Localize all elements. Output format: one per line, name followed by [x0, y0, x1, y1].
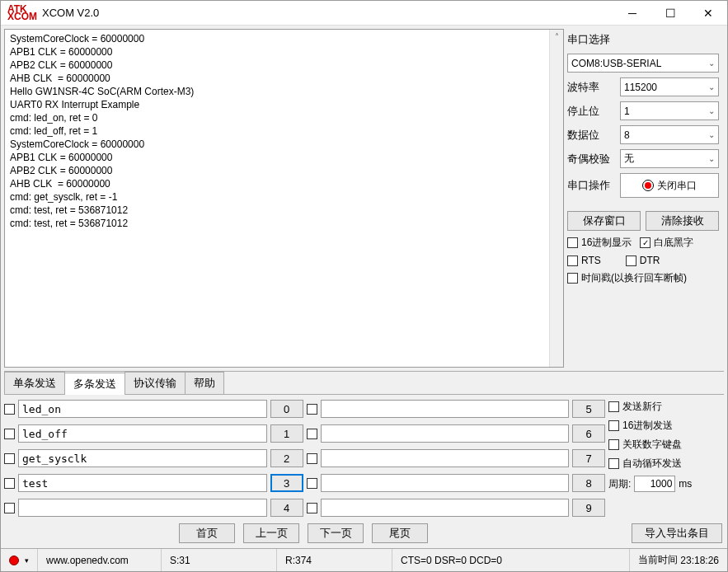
prev-page-button[interactable]: 上一页 [243, 523, 299, 543]
send-row-checkbox[interactable] [4, 404, 15, 415]
send-row-checkbox[interactable] [4, 478, 15, 489]
send-row-checkbox[interactable] [307, 478, 317, 489]
send-slot-button-3[interactable]: 3 [270, 474, 303, 492]
send-text-input[interactable] [321, 449, 570, 467]
parity-label: 奇偶校验 [567, 152, 613, 166]
send-text-input[interactable] [18, 424, 267, 443]
dtr-checkbox[interactable] [626, 256, 636, 266]
op-label: 串口操作 [567, 178, 613, 193]
stop-select[interactable]: 1⌄ [620, 101, 719, 120]
tab-multi-send[interactable]: 多条发送 [64, 373, 125, 395]
chevron-down-icon: ⌄ [708, 106, 715, 115]
chevron-down-icon: ⌄ [708, 59, 715, 68]
send-slot-button-9[interactable]: 9 [572, 499, 605, 517]
chevron-down-icon: ⌄ [708, 130, 715, 139]
status-url: www.openedv.com [38, 549, 162, 571]
send-newline-checkbox[interactable] [608, 401, 619, 412]
send-row-checkbox[interactable] [307, 404, 317, 415]
send-text-input[interactable] [18, 499, 267, 517]
tab-help[interactable]: 帮助 [185, 372, 224, 394]
send-row-checkbox[interactable] [307, 503, 317, 513]
scroll-up-icon[interactable]: ˄ [550, 30, 563, 44]
status-time: 23:18:26 [680, 555, 719, 566]
dropdown-icon[interactable]: ▾ [25, 556, 29, 565]
data-label: 数据位 [567, 128, 613, 143]
status-signals: CTS=0 DSR=0 DCD=0 [392, 549, 630, 571]
maximize-button[interactable]: ☐ [651, 1, 689, 26]
timestamp-checkbox[interactable] [567, 273, 578, 284]
send-row-checkbox[interactable] [307, 453, 317, 464]
tab-protocol[interactable]: 协议传输 [124, 372, 186, 394]
send-text-input[interactable] [321, 499, 570, 517]
chevron-down-icon: ⌄ [708, 154, 715, 163]
send-slot-button-0[interactable]: 0 [270, 400, 303, 418]
send-slot-button-7[interactable]: 7 [572, 449, 605, 467]
toggle-port-button[interactable]: 关闭串口 [620, 173, 719, 198]
send-text-input[interactable] [321, 474, 570, 492]
loop-checkbox[interactable] [608, 458, 619, 469]
record-icon [642, 180, 654, 191]
save-window-button[interactable]: 保存窗口 [567, 211, 641, 231]
app-logo: ATKXCOM [7, 6, 37, 21]
rts-checkbox[interactable] [567, 256, 578, 266]
chevron-down-icon: ⌄ [708, 82, 715, 91]
send-slot-button-6[interactable]: 6 [572, 424, 605, 443]
send-text-input[interactable] [321, 400, 570, 418]
last-page-button[interactable]: 尾页 [372, 523, 428, 543]
numpad-checkbox[interactable] [608, 439, 619, 450]
send-slot-button-1[interactable]: 1 [270, 424, 303, 443]
white-bg-checkbox[interactable]: ✓ [640, 237, 651, 248]
send-text-input[interactable] [18, 400, 267, 418]
next-page-button[interactable]: 下一页 [308, 523, 364, 543]
send-slot-button-4[interactable]: 4 [270, 499, 303, 517]
send-text-input[interactable] [18, 474, 267, 492]
window-title: XCOM V2.0 [42, 7, 613, 19]
first-page-button[interactable]: 首页 [179, 523, 235, 543]
status-recv: R:374 [277, 549, 392, 571]
close-button[interactable]: ✕ [689, 1, 727, 26]
send-row-checkbox[interactable] [4, 429, 15, 439]
send-slot-button-5[interactable]: 5 [572, 400, 605, 418]
tab-single-send[interactable]: 单条发送 [4, 372, 65, 394]
scrollbar[interactable]: ˄ [549, 30, 563, 367]
hex-send-checkbox[interactable] [608, 420, 619, 431]
clear-recv-button[interactable]: 清除接收 [646, 211, 719, 231]
send-text-input[interactable] [18, 449, 267, 467]
hex-display-checkbox[interactable] [567, 237, 578, 248]
stop-label: 停止位 [567, 104, 613, 119]
period-label: 周期: [608, 477, 631, 491]
send-row-checkbox[interactable] [4, 453, 15, 464]
baud-label: 波特率 [567, 80, 613, 95]
period-input[interactable] [634, 476, 675, 492]
send-slot-button-8[interactable]: 8 [572, 474, 605, 492]
import-export-button[interactable]: 导入导出条目 [632, 523, 722, 543]
send-slot-button-2[interactable]: 2 [270, 449, 303, 467]
serial-section-title: 串口选择 [567, 32, 719, 47]
parity-select[interactable]: 无⌄ [620, 149, 719, 168]
send-row-checkbox[interactable] [4, 503, 15, 513]
terminal-output[interactable]: SystemCoreClock = 60000000 APB1 CLK = 60… [4, 29, 564, 368]
port-select[interactable]: COM8:USB-SERIAL ⌄ [567, 54, 719, 73]
baud-select[interactable]: 115200⌄ [620, 77, 719, 96]
status-sent: S:31 [162, 549, 277, 571]
send-row-checkbox[interactable] [307, 429, 317, 439]
minimize-button[interactable]: ─ [613, 1, 651, 26]
data-select[interactable]: 8⌄ [620, 125, 719, 144]
send-text-input[interactable] [321, 424, 570, 443]
record-status-icon [9, 556, 19, 565]
